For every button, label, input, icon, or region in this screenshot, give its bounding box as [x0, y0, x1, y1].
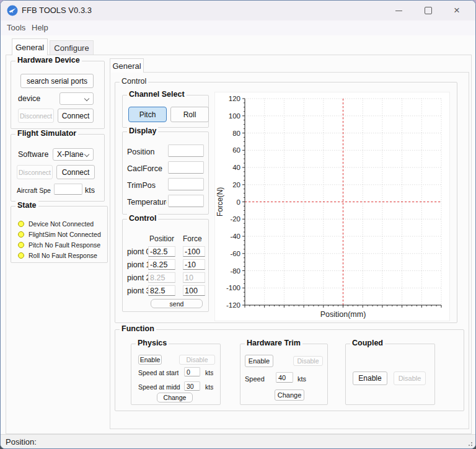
svg-text:40: 40	[379, 308, 387, 309]
chevron-down-icon	[84, 96, 89, 101]
maximize-icon	[425, 7, 432, 14]
svg-text:80: 80	[232, 130, 240, 137]
physics-change-button[interactable]: Change	[157, 393, 193, 402]
trim-speed-input[interactable]	[276, 372, 293, 383]
close-icon: ×	[454, 4, 460, 17]
inner-tab-general[interactable]: General	[110, 58, 144, 73]
status-indicator-icon	[18, 231, 24, 238]
display-caclforce-value[interactable]	[168, 161, 204, 174]
device-label: device	[18, 94, 40, 103]
point1-label: piont 1	[127, 260, 151, 269]
software-label: Software	[18, 150, 48, 159]
status-indicator-icon	[18, 242, 24, 248]
display-position-value[interactable]	[168, 144, 204, 157]
trim-disable-button[interactable]: Disable	[293, 356, 323, 366]
menu-tools[interactable]: Tools	[4, 23, 28, 32]
minimize-icon	[395, 11, 402, 11]
column-header-force: Force	[183, 234, 202, 243]
aircraft-speed-unit: kts	[85, 186, 95, 195]
coupled-disable-button[interactable]: Disable	[394, 371, 426, 385]
speed-at-midd-unit: kts	[205, 383, 213, 391]
pitch-button[interactable]: Pitch	[128, 107, 167, 122]
force-position-chart: Force(N) -100-80-60-40-20020406080100-12…	[214, 92, 450, 321]
roll-button[interactable]: Roll	[170, 107, 209, 122]
point1-force-input[interactable]	[183, 259, 205, 270]
point3-force-input[interactable]	[183, 285, 205, 296]
svg-text:100: 100	[229, 112, 240, 120]
tab-configure[interactable]: Configure	[50, 40, 94, 55]
software-combo-value: X-Plane	[57, 150, 84, 159]
svg-text:-40: -40	[299, 308, 309, 309]
app-icon	[7, 5, 18, 16]
sim-connect-button[interactable]: Connect	[56, 165, 95, 179]
tab-general[interactable]: General	[12, 38, 48, 55]
point3-label: piont 3	[127, 287, 151, 295]
chart-x-axis-label: Position(mm)	[245, 310, 441, 319]
point3-position-input[interactable]	[148, 285, 175, 296]
svg-text:0: 0	[341, 308, 345, 309]
close-button[interactable]: ×	[443, 1, 470, 20]
display-caclforce-label: CaclForce	[127, 164, 167, 173]
speed-at-midd-input[interactable]	[184, 381, 200, 391]
coupled-enable-button[interactable]: Enable	[353, 371, 387, 385]
svg-text:120: 120	[229, 95, 240, 102]
device-connect-button[interactable]: Connect	[58, 109, 94, 123]
chart-y-axis-label: Force(N)	[215, 99, 224, 305]
svg-text:-20: -20	[318, 308, 328, 309]
svg-text:-60: -60	[279, 308, 289, 309]
svg-text:20: 20	[232, 181, 240, 189]
trim-enable-button[interactable]: Enable	[245, 355, 273, 367]
speed-at-start-label: Speed at start	[138, 369, 178, 376]
display-trimpos-value[interactable]	[168, 178, 204, 190]
trim-speed-label: Speed	[245, 375, 265, 383]
physics-enable-button[interactable]: Enable	[138, 355, 162, 365]
display-position-label: Position	[127, 148, 167, 156]
menu-help[interactable]: Help	[29, 23, 51, 32]
coupled-title: Coupled	[350, 339, 385, 347]
device-combo[interactable]	[60, 92, 94, 105]
search-serial-ports-button[interactable]: search serial ports	[20, 74, 94, 88]
svg-text:100: 100	[435, 308, 447, 309]
svg-text:60: 60	[232, 146, 240, 154]
svg-text:-40: -40	[230, 233, 240, 240]
svg-text:-100: -100	[226, 284, 240, 291]
display-temperature-value[interactable]	[168, 195, 204, 207]
state-item-flightsim: FlightSim Not Connected	[18, 230, 101, 239]
status-bar: Position:	[1, 434, 475, 449]
speed-at-start-input[interactable]	[184, 367, 200, 376]
sim-disconnect-button[interactable]: Disconnect	[17, 165, 53, 179]
display-trimpos-label: TrimPos	[127, 181, 167, 190]
trim-change-button[interactable]: Change	[275, 389, 304, 401]
aircraft-speed-label: Aircraft Spe	[17, 187, 51, 194]
status-position-text: Position:	[6, 437, 37, 447]
control-outer-title: Control	[120, 77, 148, 86]
svg-text:20: 20	[359, 308, 367, 309]
software-combo[interactable]: X-Plane	[53, 148, 94, 161]
aircraft-speed-input[interactable]	[54, 184, 82, 195]
points-control-title: Control	[127, 214, 158, 223]
hardware-device-title: Hardware Device	[15, 56, 82, 64]
physics-disable-button[interactable]: Disable	[179, 355, 215, 365]
svg-text:-20: -20	[230, 215, 240, 223]
point0-force-input[interactable]	[183, 246, 205, 257]
display-temperature-label: Temperature	[127, 198, 167, 207]
svg-text:80: 80	[418, 308, 426, 309]
svg-text:-120: -120	[226, 301, 240, 309]
resize-grip-icon[interactable]	[471, 445, 472, 446]
status-indicator-icon	[18, 252, 24, 259]
hardware-trim-title: Hardware Trim	[245, 339, 302, 347]
window-title: FFB TOOLS V0.3.3	[22, 6, 92, 15]
device-disconnect-button[interactable]: Disconnect	[18, 109, 54, 123]
minimize-button[interactable]	[385, 1, 412, 20]
send-button[interactable]: send	[151, 299, 203, 308]
point0-position-input[interactable]	[148, 246, 175, 257]
physics-title: Physics	[136, 339, 169, 347]
point0-label: piont 0	[127, 247, 151, 256]
title-bar: FFB TOOLS V0.3.3 ×	[1, 1, 475, 20]
svg-text:-80: -80	[259, 308, 270, 309]
maximize-button[interactable]	[415, 1, 442, 20]
point1-position-input[interactable]	[148, 259, 175, 270]
speed-at-midd-label: Speed at midd	[138, 383, 180, 391]
svg-text:40: 40	[232, 164, 240, 171]
state-item-device: Device Not Connected	[18, 220, 94, 228]
